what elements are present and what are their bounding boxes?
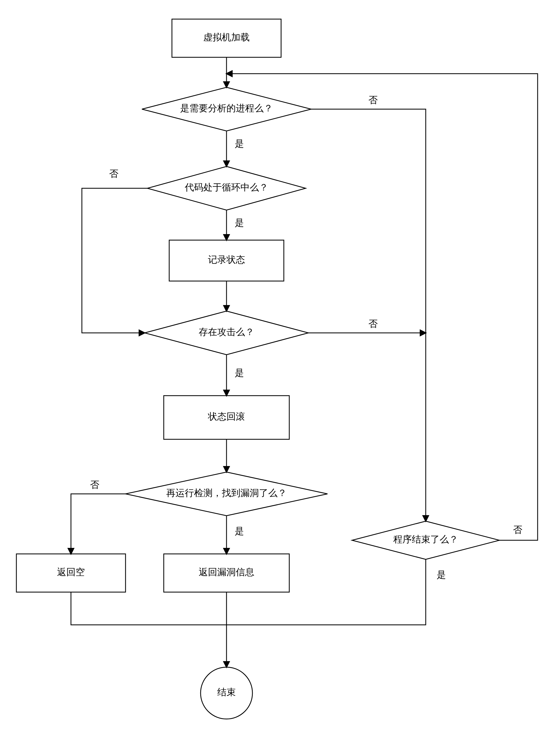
node-need-analyze: 是需要分析的进程么？: [142, 87, 311, 131]
label-d3-yes: 是: [235, 368, 244, 378]
label-d2-yes: 是: [235, 218, 244, 228]
node-program-finished-text: 程序结束了么？: [393, 534, 458, 544]
node-end: 结束: [201, 667, 253, 719]
label-d4-yes: 是: [235, 526, 244, 536]
node-record-state-text: 记录状态: [208, 255, 245, 265]
label-d5-no: 否: [513, 525, 522, 535]
node-has-attack-text: 存在攻击么？: [199, 327, 254, 337]
node-in-loop: 代码处于循环中么？: [147, 166, 306, 210]
label-d3-no: 否: [368, 319, 378, 329]
edge-p3a-join: [71, 592, 226, 625]
node-rerun-detect-text: 再运行检测，找到漏洞了么？: [166, 488, 287, 498]
node-in-loop-text: 代码处于循环中么？: [184, 182, 268, 192]
node-return-null-text: 返回空: [57, 567, 85, 577]
label-d2-no: 否: [109, 169, 118, 179]
label-d4-no: 否: [90, 480, 99, 490]
node-return-info: 返回漏洞信息: [164, 554, 289, 592]
node-record-state: 记录状态: [169, 240, 284, 281]
edge-d1-no-d5: [311, 109, 426, 521]
label-d1-yes: 是: [235, 139, 244, 149]
node-need-analyze-text: 是需要分析的进程么？: [180, 103, 273, 113]
label-d5-yes: 是: [437, 570, 446, 580]
node-state-rollback-text: 状态回滚: [208, 411, 245, 422]
edge-d4-no-p3a: [71, 494, 125, 554]
edge-d5-no-loop: [226, 74, 538, 540]
edge-d2-no-d3: [82, 188, 147, 333]
node-state-rollback: 状态回滚: [164, 395, 289, 439]
node-end-text: 结束: [217, 687, 236, 697]
node-vm-load-text: 虚拟机加载: [203, 32, 250, 42]
node-vm-load: 虚拟机加载: [172, 19, 281, 57]
node-rerun-detect: 再运行检测，找到漏洞了么？: [125, 472, 327, 516]
node-program-finished: 程序结束了么？: [352, 521, 499, 560]
node-return-info-text: 返回漏洞信息: [199, 567, 254, 577]
label-d1-no: 否: [368, 95, 378, 105]
node-has-attack: 存在攻击么？: [145, 311, 308, 355]
node-return-null: 返回空: [16, 554, 125, 592]
flowchart-canvas: 虚拟机加载 是需要分析的进程么？ 代码处于循环中么？ 记录状态 存在攻击么？ 状…: [0, 0, 560, 752]
